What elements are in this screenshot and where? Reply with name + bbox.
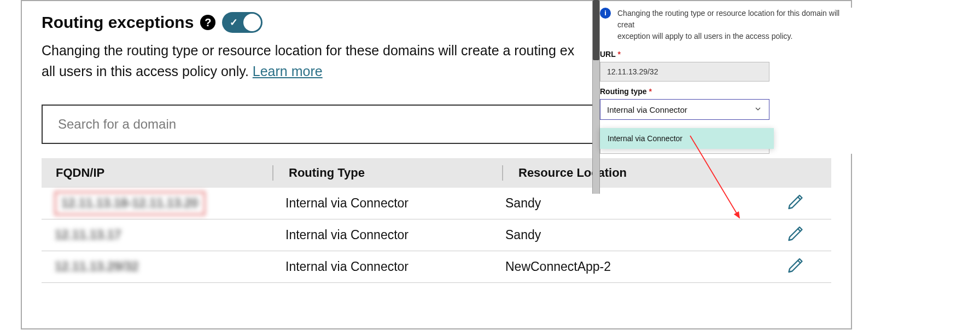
url-label-text: URL xyxy=(600,50,616,59)
url-field-label: URL * xyxy=(600,50,856,59)
cell-location: NewConnectApp-2 xyxy=(505,259,774,274)
learn-more-link[interactable]: Learn more xyxy=(253,63,323,79)
col-header-fqdn: FQDN/IP xyxy=(56,166,272,180)
routing-dropdown: Internal via Connector xyxy=(600,128,774,149)
column-divider xyxy=(272,165,273,181)
info-text-line1: Changing the routing type or resource lo… xyxy=(617,9,839,29)
cell-routing: Internal via Connector xyxy=(285,228,505,242)
cell-routing: Internal via Connector xyxy=(285,259,505,274)
pencil-icon[interactable] xyxy=(786,224,806,247)
scrollbar[interactable] xyxy=(592,0,600,194)
description-text-line2: all users in this access policy only. xyxy=(42,63,253,79)
info-text: Changing the routing type or resource lo… xyxy=(617,8,856,42)
scrollbar-thumb[interactable] xyxy=(593,0,599,60)
cell-routing: Internal via Connector xyxy=(285,196,505,211)
routing-label-text: Routing type xyxy=(600,87,647,96)
table-row: 12.11.13.18-12.11.13.20 Internal via Con… xyxy=(42,188,831,219)
cell-location: Sandy xyxy=(505,228,774,242)
table-header: FQDN/IP Routing Type Resource Location xyxy=(42,158,831,188)
cell-fqdn: 12.11.13.17 xyxy=(55,228,121,242)
routing-type-select[interactable]: Internal via Connector xyxy=(600,99,769,120)
cell-fqdn: 12.11.13.29/32 xyxy=(55,259,138,274)
table-row: 12.11.13.29/32 Internal via Connector Ne… xyxy=(42,251,831,283)
info-text-line2: exception will apply to all users in the… xyxy=(617,32,792,40)
chevron-down-icon xyxy=(754,105,762,115)
info-banner: i Changing the routing type or resource … xyxy=(600,8,856,42)
page-title: Routing exceptions xyxy=(42,13,194,32)
cell-fqdn: 12.11.13.18-12.11.13.20 xyxy=(55,192,205,215)
viewport: Routing exceptions ? ✓ Changing the rout… xyxy=(0,0,980,330)
col-header-location: Resource Location xyxy=(518,166,773,180)
cell-location: Sandy xyxy=(505,196,774,211)
check-icon: ✓ xyxy=(230,16,238,28)
pencil-icon[interactable] xyxy=(786,256,806,279)
col-header-routing: Routing Type xyxy=(289,166,502,180)
description-text-line1: Changing the routing type or resource lo… xyxy=(42,43,574,58)
routing-selected-value: Internal via Connector xyxy=(607,105,687,114)
url-input[interactable] xyxy=(600,62,769,82)
exceptions-toggle[interactable]: ✓ xyxy=(222,12,262,33)
table-row: 12.11.13.17 Internal via Connector Sandy xyxy=(42,219,831,251)
column-divider xyxy=(502,165,503,181)
info-icon: i xyxy=(600,8,611,19)
exceptions-table: FQDN/IP Routing Type Resource Location 1… xyxy=(42,158,831,283)
routing-field-label: Routing type * xyxy=(600,87,856,96)
edit-panel: i Changing the routing type or resource … xyxy=(600,8,856,154)
dropdown-option[interactable]: Internal via Connector xyxy=(600,128,774,149)
toggle-knob-icon xyxy=(243,14,261,31)
pencil-icon[interactable] xyxy=(786,192,806,215)
help-icon[interactable]: ? xyxy=(200,15,215,30)
